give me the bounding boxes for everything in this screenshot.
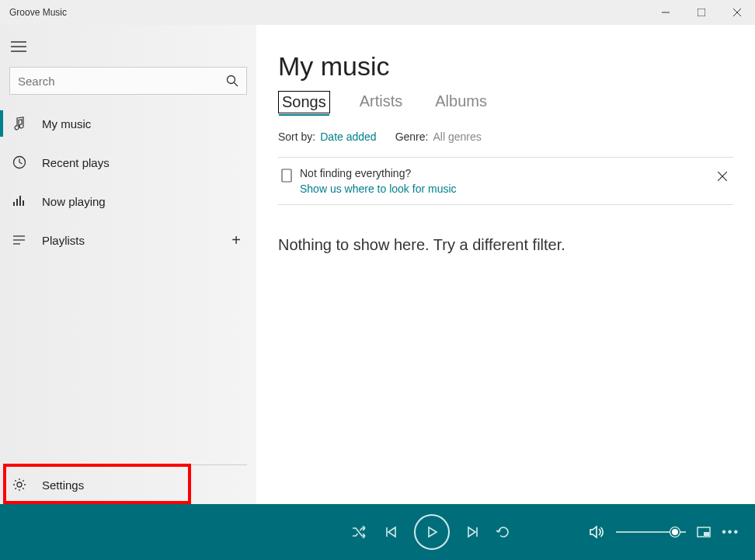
play-button[interactable] (414, 514, 450, 550)
banner-link[interactable]: Show us where to look for music (300, 183, 707, 195)
next-button[interactable] (467, 526, 479, 538)
svg-line-8 (235, 83, 238, 87)
banner-close-button[interactable] (715, 167, 730, 187)
clock-icon (12, 155, 26, 169)
info-banner: Not finding everything? Show us where to… (278, 157, 733, 205)
shuffle-button[interactable] (352, 526, 367, 538)
titlebar: Groove Music (0, 0, 755, 25)
svg-rect-14 (19, 196, 21, 206)
svg-point-19 (17, 482, 22, 487)
sort-by-value[interactable]: Date added (320, 130, 376, 143)
window-title: Groove Music (9, 7, 648, 18)
svg-rect-20 (282, 169, 291, 182)
sidebar-item-label: Recent plays (42, 156, 256, 169)
player-bar: ••• (0, 504, 755, 560)
sidebar-item-my-music[interactable]: My music (0, 104, 256, 143)
page-title: My music (278, 51, 733, 82)
main-content: My music Songs Artists Albums Sort by: D… (256, 25, 755, 504)
more-button[interactable]: ••• (722, 525, 739, 539)
tab-songs[interactable]: Songs (278, 91, 330, 113)
sidebar-item-label: My music (42, 117, 256, 130)
search-box[interactable] (9, 67, 247, 95)
playlist-icon (12, 233, 26, 247)
svg-rect-13 (16, 199, 18, 206)
search-input[interactable] (18, 75, 226, 88)
miniplayer-button[interactable] (697, 527, 711, 537)
empty-message: Nothing to show here. Try a different fi… (278, 236, 733, 254)
sidebar-item-label: Settings (42, 478, 256, 492)
volume-thumb[interactable] (670, 527, 680, 537)
hamburger-button[interactable] (0, 31, 37, 62)
svg-line-11 (19, 162, 23, 164)
close-button[interactable] (719, 0, 755, 25)
maximize-button[interactable] (684, 0, 719, 25)
sidebar: My music Recent plays Now playing Playli… (0, 25, 256, 504)
tab-artists[interactable]: Artists (357, 91, 406, 113)
previous-button[interactable] (384, 526, 397, 538)
filter-bar: Sort by: Date added Genre: All genres (278, 130, 733, 143)
sidebar-item-settings[interactable]: Settings (0, 465, 256, 504)
sidebar-item-label: Now playing (42, 195, 256, 208)
tabs: Songs Artists Albums (278, 91, 733, 113)
repeat-button[interactable] (496, 525, 510, 539)
tab-albums[interactable]: Albums (432, 91, 490, 113)
volume-slider[interactable] (616, 531, 686, 533)
genre-label: Genre: (395, 130, 429, 143)
sidebar-item-now-playing[interactable]: Now playing (0, 182, 256, 221)
music-note-icon (12, 117, 26, 130)
gear-icon (12, 478, 26, 492)
banner-line1: Not finding everything? (300, 167, 707, 179)
equalizer-icon (12, 194, 26, 208)
minimize-button[interactable] (648, 0, 684, 25)
sidebar-item-label: Playlists (42, 234, 231, 247)
svg-rect-12 (13, 202, 15, 206)
svg-rect-1 (698, 9, 705, 16)
sort-by-label: Sort by: (278, 130, 315, 143)
volume-button[interactable] (590, 525, 605, 539)
genre-value[interactable]: All genres (433, 130, 481, 143)
add-playlist-icon[interactable]: + (231, 231, 241, 249)
sidebar-item-recent-plays[interactable]: Recent plays (0, 143, 256, 182)
sidebar-item-playlists[interactable]: Playlists + (0, 221, 256, 259)
search-icon[interactable] (226, 75, 238, 87)
svg-rect-15 (23, 200, 24, 206)
svg-rect-24 (704, 532, 709, 536)
device-icon (281, 169, 292, 183)
svg-point-7 (228, 76, 235, 84)
